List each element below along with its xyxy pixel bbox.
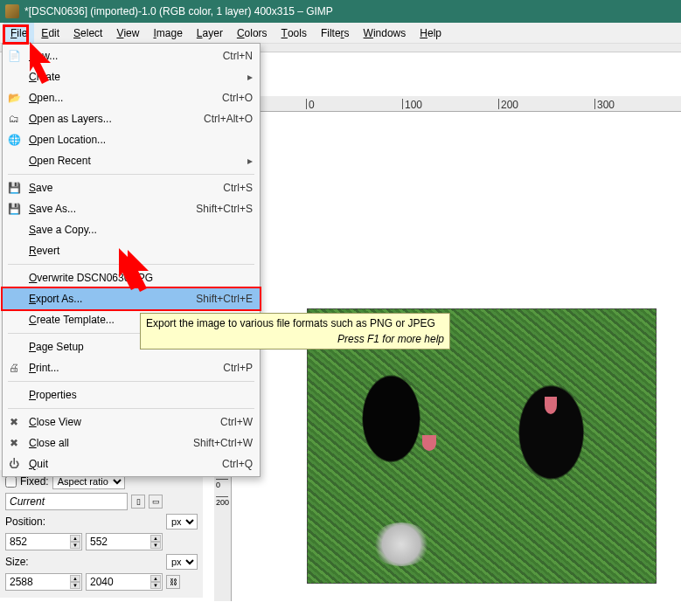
submenu-arrow-icon: ▸ <box>247 71 253 83</box>
fixed-label: Fixed: <box>20 475 49 488</box>
position-label: Position: <box>5 516 163 528</box>
shortcut-label: Shift+Ctrl+S <box>196 203 253 215</box>
position-y-input[interactable]: 552▲▼ <box>86 533 163 550</box>
ruler-horizontal: 0100200300 <box>236 96 681 112</box>
menu-image[interactable]: Image <box>146 23 189 43</box>
blank-icon <box>6 70 22 84</box>
blank-icon <box>6 244 22 258</box>
annotation-arrow-file <box>30 42 77 89</box>
ruler-tick: 200 <box>216 496 228 507</box>
print-icon: 🖨 <box>6 361 22 375</box>
closeall-icon: ✖ <box>6 436 22 450</box>
size-unit-select[interactable]: px <box>166 554 198 570</box>
menu-item-label: Properties <box>29 389 253 401</box>
blank-icon <box>6 388 22 402</box>
shortcut-label: Ctrl+Q <box>222 458 253 470</box>
file-menu-close-all[interactable]: ✖Close allShift+Ctrl+W <box>3 433 260 453</box>
ruler-tick: 0 <box>306 99 315 109</box>
shortcut-label: Ctrl+W <box>220 416 253 428</box>
image-content <box>545 397 557 414</box>
file-menu-print[interactable]: 🖨Print...Ctrl+P <box>3 357 260 378</box>
shortcut-label: Ctrl+Alt+O <box>204 113 253 125</box>
menu-view[interactable]: View <box>109 23 146 43</box>
file-menu-open-recent[interactable]: Open Recent▸ <box>3 150 260 171</box>
menu-item-label: Open as Layers... <box>29 113 197 125</box>
position-unit-select[interactable]: px <box>166 514 198 529</box>
menu-colors[interactable]: Colors <box>230 23 274 43</box>
current-field[interactable]: Current <box>5 493 128 510</box>
title-bar: *[DSCN0636] (imported)-1.0 (RGB color, 1… <box>0 0 681 23</box>
blank-icon <box>6 271 22 285</box>
ruler-tick: 300 <box>594 99 615 109</box>
saveas-icon: 💾 <box>6 202 22 216</box>
file-menu-save-as[interactable]: 💾Save As...Shift+Ctrl+S <box>3 198 260 219</box>
file-menu-open[interactable]: 📂Open...Ctrl+O <box>3 87 260 108</box>
canvas-image[interactable] <box>307 308 657 584</box>
menu-item-label: Open Location... <box>29 134 253 146</box>
menu-edit[interactable]: Edit <box>34 23 66 43</box>
quit-icon: ⏻ <box>6 457 22 471</box>
size-h-input[interactable]: 2040▲▼ <box>86 573 163 591</box>
menu-layer[interactable]: Layer <box>190 23 230 43</box>
ruler-tick: 100 <box>402 99 422 109</box>
file-menu-open-as-layers[interactable]: 🗂Open as Layers...Ctrl+Alt+O <box>3 108 260 129</box>
file-menu-save[interactable]: 💾SaveCtrl+S <box>3 177 260 198</box>
size-w-input[interactable]: 2588▲▼ <box>5 573 82 591</box>
menu-select[interactable]: Select <box>66 23 109 43</box>
menu-bar: FileEditSelectViewImageLayerColorsToolsF… <box>0 23 681 44</box>
window-title: *[DSCN0636] (imported)-1.0 (RGB color, 1… <box>24 5 676 17</box>
portrait-icon[interactable]: ▯ <box>131 495 145 509</box>
blank-icon <box>6 313 22 327</box>
tooltip-text: Export the image to various file formats… <box>146 317 444 329</box>
close-icon: ✖ <box>6 415 22 429</box>
file-menu-quit[interactable]: ⏻QuitCtrl+Q <box>3 453 260 474</box>
file-menu-close-view[interactable]: ✖Close ViewCtrl+W <box>3 412 260 433</box>
file-menu-save-a-copy[interactable]: Save a Copy... <box>3 219 260 240</box>
shortcut-label: Ctrl+O <box>222 92 253 104</box>
menu-item-label: Save <box>29 182 216 194</box>
ruler-tick: 200 <box>498 99 518 109</box>
menu-item-label: Save As... <box>29 203 189 215</box>
submenu-arrow-icon: ▸ <box>247 155 253 167</box>
globe-icon: 🌐 <box>6 133 22 147</box>
blank-icon <box>6 340 22 354</box>
menu-windows[interactable]: Windows <box>357 23 413 43</box>
file-menu-properties[interactable]: Properties <box>3 384 260 405</box>
blank-icon <box>6 292 22 306</box>
svg-marker-0 <box>30 42 51 84</box>
menu-file[interactable]: File <box>3 23 34 43</box>
size-label: Size: <box>5 556 163 568</box>
fixed-checkbox[interactable] <box>5 476 17 488</box>
blank-icon <box>6 223 22 237</box>
menu-help[interactable]: Help <box>413 23 448 43</box>
tooltip-help: Press F1 for more help <box>146 333 444 345</box>
file-menu-open-location[interactable]: 🌐Open Location... <box>3 129 260 150</box>
image-content <box>422 435 436 451</box>
menu-item-label: Close View <box>29 416 213 428</box>
menu-tools[interactable]: Tools <box>274 23 314 43</box>
landscape-icon[interactable]: ▭ <box>149 495 163 509</box>
blank-icon <box>6 154 22 168</box>
doc-icon: 📄 <box>6 49 22 63</box>
link-icon[interactable]: ⛓ <box>166 575 180 589</box>
menu-item-label: Open... <box>29 92 215 104</box>
save-icon: 💾 <box>6 181 22 195</box>
gimp-icon <box>5 4 19 18</box>
shortcut-label: Ctrl+S <box>223 182 253 194</box>
position-x-input[interactable]: 852▲▼ <box>5 533 82 550</box>
open-icon: 📂 <box>6 91 22 105</box>
image-content <box>371 523 432 566</box>
layers-icon: 🗂 <box>6 112 22 126</box>
menu-item-label: Close all <box>29 437 186 449</box>
shortcut-label: Shift+Ctrl+E <box>196 293 253 305</box>
shortcut-label: Ctrl+N <box>223 50 253 62</box>
shortcut-label: Shift+Ctrl+W <box>193 437 253 449</box>
menu-item-label: Print... <box>29 362 216 374</box>
tool-options-panel: Fixed: Aspect ratio Current ▯ ▭ Position… <box>0 470 203 598</box>
shortcut-label: Ctrl+P <box>223 362 253 374</box>
menu-filters[interactable]: Filters <box>314 23 357 43</box>
menu-item-label: Save a Copy... <box>29 224 253 236</box>
export-tooltip: Export the image to various file formats… <box>140 313 450 350</box>
ruler-tick: 0 <box>216 479 228 489</box>
menu-item-label: Open Recent <box>29 155 240 167</box>
